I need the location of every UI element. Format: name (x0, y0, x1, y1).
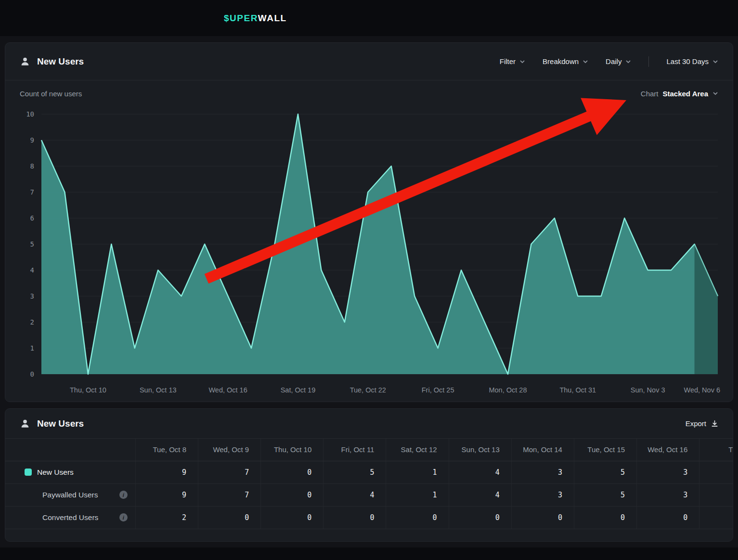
y-axis: 012345678910 (26, 110, 34, 378)
x-tick-label: Tue, Oct 22 (350, 386, 386, 394)
value-cell: 1 (386, 483, 449, 506)
superwall-logo: $UPERWALL (224, 0, 287, 36)
chart-panel-header: New Users Filter Breakdown Daily Last 30 (5, 43, 733, 80)
value-cell: 0 (574, 506, 636, 529)
granularity-label: Daily (606, 57, 621, 65)
y-tick-label: 10 (26, 110, 34, 118)
value-cell: 0 (449, 506, 511, 529)
column-header: Wed, Oct 9 (198, 439, 261, 461)
value-cell: 4 (324, 483, 386, 506)
column-header: Thu, O (699, 439, 733, 461)
controls-divider (648, 56, 649, 67)
breakdown-dropdown[interactable]: Breakdown (543, 57, 588, 65)
page: $UPERWALL New Users Filter Breakdown (0, 0, 738, 560)
table-panel-title-text: New Users (37, 418, 84, 429)
blank-header-cell (5, 439, 135, 461)
chart-panel-title-text: New Users (37, 56, 84, 67)
chart-area: 012345678910Thu, Oct 10Sun, Oct 13Wed, O… (20, 101, 718, 399)
new-users-table: Tue, Oct 8Wed, Oct 9Thu, Oct 10Fri, Oct … (5, 439, 733, 529)
y-tick-label: 5 (30, 240, 34, 248)
x-tick-label: Thu, Oct 10 (70, 386, 106, 394)
new-users-chart-panel: New Users Filter Breakdown Daily Last 30 (5, 42, 733, 402)
filter-dropdown[interactable]: Filter (500, 57, 525, 65)
incomplete-period-overlay (695, 244, 718, 374)
value-cell: 0 (261, 461, 324, 483)
new-users-table-panel: New Users Export Tue, Oct 8Wed, Oct 9Thu… (5, 408, 733, 542)
value-cell: 7 (198, 461, 261, 483)
table-row: Paywalled Usersi970414353 (5, 483, 733, 506)
value-cell: 0 (261, 483, 324, 506)
value-cell: 0 (511, 506, 574, 529)
value-cell: 3 (637, 483, 699, 506)
value-cell: 4 (449, 461, 511, 483)
column-header: Mon, Oct 14 (511, 439, 574, 461)
column-header: Fri, Oct 11 (324, 439, 386, 461)
granularity-dropdown[interactable]: Daily (606, 57, 631, 65)
x-tick-label: Wed, Nov 6 (684, 386, 721, 394)
y-tick-label: 3 (30, 292, 34, 300)
value-cell: 2 (135, 506, 198, 529)
row-label: New Users (37, 468, 74, 477)
column-header: Sat, Oct 12 (386, 439, 449, 461)
y-tick-label: 8 (30, 162, 34, 170)
table-row: New Users970514353 (5, 461, 733, 483)
chevron-down-icon (625, 59, 631, 65)
value-cell (699, 483, 733, 506)
export-button[interactable]: Export (686, 419, 718, 428)
value-cell: 4 (449, 483, 511, 506)
value-cell: 5 (324, 461, 386, 483)
value-cell (699, 461, 733, 483)
chart-type-selector[interactable]: Chart Stacked Area (641, 90, 718, 98)
table-panel-title: New Users (20, 418, 84, 429)
breakdown-label: Breakdown (543, 57, 579, 65)
y-tick-label: 7 (30, 188, 34, 196)
value-cell: 7 (198, 483, 261, 506)
chart-subtitle: Count of new users (20, 90, 82, 98)
info-icon[interactable]: i (119, 491, 128, 499)
chevron-down-icon (583, 59, 588, 65)
chevron-down-icon (712, 91, 718, 96)
chart-panel-title: New Users (20, 56, 84, 67)
logo-accent-text: $UPER (224, 13, 258, 24)
user-icon (20, 56, 30, 67)
table-panel-header: New Users Export (5, 409, 733, 439)
value-cell: 0 (198, 506, 261, 529)
chart-section: Count of new users Chart Stacked Area 01… (5, 87, 733, 399)
y-tick-label: 9 (30, 136, 34, 144)
download-icon (711, 420, 718, 428)
x-tick-label: Sun, Oct 13 (140, 386, 177, 394)
y-tick-label: 6 (30, 214, 34, 222)
value-cell: 5 (574, 483, 636, 506)
row-label-cell: Converted Usersi (5, 506, 135, 529)
info-icon[interactable]: i (119, 513, 128, 521)
x-tick-label: Fri, Oct 25 (422, 386, 454, 394)
value-cell: 5 (574, 461, 636, 483)
column-header: Wed, Oct 16 (637, 439, 699, 461)
x-tick-label: Wed, Oct 16 (208, 386, 247, 394)
column-header: Thu, Oct 10 (261, 439, 324, 461)
value-cell: 0 (637, 506, 699, 529)
logo-rest-text: WALL (258, 13, 287, 24)
x-tick-label: Sun, Nov 3 (631, 386, 665, 394)
value-cell: 3 (637, 461, 699, 483)
column-header: Sun, Oct 13 (449, 439, 511, 461)
area-chart: 012345678910Thu, Oct 10Sun, Oct 13Wed, O… (20, 101, 719, 399)
value-cell: 0 (324, 506, 386, 529)
row-label-cell: New Users (5, 461, 135, 483)
value-cell: 9 (135, 483, 198, 506)
chart-meta: Count of new users Chart Stacked Area (20, 87, 718, 100)
series-color-swatch (25, 469, 32, 476)
x-tick-label: Thu, Oct 31 (559, 386, 596, 394)
table-clip: Tue, Oct 8Wed, Oct 9Thu, Oct 10Fri, Oct … (5, 439, 733, 529)
date-range-label: Last 30 Days (666, 57, 709, 65)
x-axis: Thu, Oct 10Sun, Oct 13Wed, Oct 16Sat, Oc… (70, 386, 720, 394)
y-tick-label: 1 (30, 344, 34, 352)
chart-type-value: Stacked Area (663, 90, 709, 98)
bottom-strip (0, 547, 738, 560)
table-row: Converted Usersi200000000 (5, 506, 733, 529)
date-range-dropdown[interactable]: Last 30 Days (666, 57, 718, 65)
column-header: Tue, Oct 15 (574, 439, 636, 461)
chart-type-label: Chart (641, 90, 659, 98)
value-cell: 9 (135, 461, 198, 483)
y-tick-label: 2 (30, 318, 34, 326)
